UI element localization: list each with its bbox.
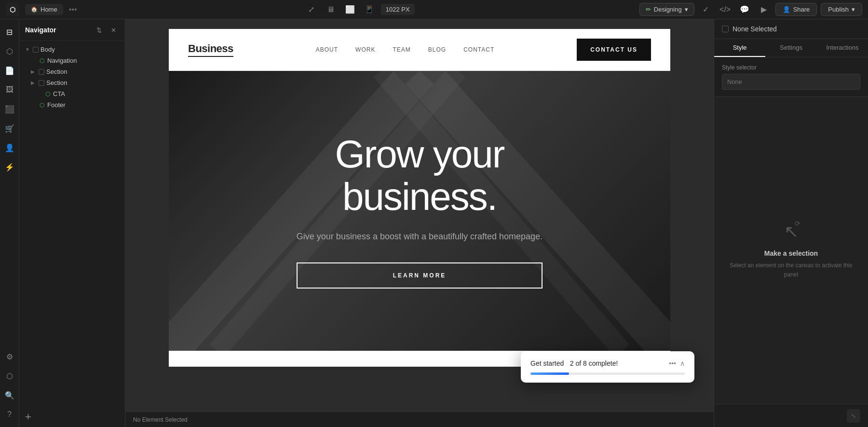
tab-settings[interactable]: Settings (765, 39, 816, 57)
right-panel-empty-state: ↖ ⟳ Make a selection Select an element o… (714, 97, 868, 404)
designing-mode-button[interactable]: ✏ Designing ▾ (639, 3, 694, 16)
sidebar-item-assets[interactable]: 🖼 (1, 81, 18, 98)
empty-state-description: Select an element on the canvas to activ… (724, 261, 858, 279)
empty-state-title: Make a selection (764, 249, 818, 257)
website-preview[interactable]: Business ABOUT WORK TEAM BLOG CONTACT CO… (169, 29, 670, 367)
expand-view-button[interactable]: ⤢ (304, 2, 319, 17)
nav-item-section2[interactable]: ▶ Section (19, 77, 125, 88)
topbar-right: ✏ Designing ▾ ✓ </> 💬 ▶ 👤 Share Publish … (639, 2, 862, 17)
comments-button[interactable]: 💬 (737, 2, 752, 17)
footer-label: Footer (47, 101, 119, 109)
left-icon-bar: ⊟ ⬡ 📄 🖼 ⬛ 🛒 👤 ⚡ ⚙ ⬡ 🔍 ? (0, 19, 19, 427)
navigator-sort-button[interactable]: ⇅ (93, 24, 105, 36)
nav-link-blog[interactable]: BLOG (428, 46, 446, 53)
tab-style[interactable]: Style (714, 39, 765, 57)
popup-progress-fill (530, 372, 569, 375)
navigator-actions: ⇅ ✕ (93, 24, 119, 36)
body-label: Body (41, 46, 119, 53)
component-icon: ⬡ (39, 102, 45, 109)
cta-label: CTA (53, 90, 119, 97)
sidebar-item-integrations[interactable]: ⬡ (1, 367, 18, 385)
sidebar-item-users[interactable]: 👤 (1, 139, 18, 156)
popup-actions: ••• ∧ (669, 359, 685, 367)
hero-cta-button[interactable]: LEARN MORE (297, 262, 542, 289)
tab-interactions[interactable]: Interactions (817, 39, 868, 57)
navigator-close-button[interactable]: ✕ (108, 24, 119, 36)
popup-progress-bar (530, 372, 685, 375)
nav-link-team[interactable]: TEAM (393, 46, 410, 53)
nav-item-body[interactable]: ▼ Body (19, 44, 125, 55)
site-hero: Grow your business. Give your business a… (169, 71, 670, 351)
popup-info: Get started 2 of 8 complete! (530, 359, 618, 368)
component-icon: ⬡ (39, 57, 45, 64)
nav-item-cta[interactable]: ⬡ CTA (19, 88, 125, 99)
main-layout: ⊟ ⬡ 📄 🖼 ⬛ 🛒 👤 ⚡ ⚙ ⬡ 🔍 ? Navigator ⇅ ✕ ▼ … (0, 19, 868, 427)
topbar: ⬡ 🏠 Home ••• ⤢ 🖥 ⬜ 📱 1022 PX ✏ Designing… (0, 0, 868, 19)
sidebar-item-pages[interactable]: 📄 (1, 62, 18, 79)
pencil-icon: ✏ (646, 6, 651, 13)
section1-checkbox (39, 69, 44, 75)
hero-content: Grow your business. Give your business a… (287, 114, 552, 308)
mobile-view-button[interactable]: 📱 (362, 2, 377, 17)
right-panel-header: None Selected (714, 19, 868, 39)
sidebar-item-animations[interactable]: ⚡ (1, 158, 18, 176)
share-button[interactable]: 👤 Share (775, 3, 817, 16)
navigator-header: Navigator ⇅ ✕ (19, 19, 125, 41)
sidebar-item-search[interactable]: 🔍 (1, 386, 18, 404)
nav-item-section1[interactable]: ▶ Section (19, 66, 125, 77)
home-tab[interactable]: 🏠 Home (25, 4, 63, 15)
desktop-view-button[interactable]: 🖥 (323, 2, 339, 17)
hero-title: Grow your business. (297, 133, 542, 218)
nav-item-footer[interactable]: ⬡ Footer (19, 99, 125, 110)
expand-arrow: ▶ (31, 80, 37, 85)
nav-add-button[interactable]: + (19, 407, 125, 427)
right-panel-bottom: ⤡ (714, 404, 868, 427)
cursor-icon: ↖ ⟳ (784, 221, 799, 242)
sidebar-item-help[interactable]: ? (1, 406, 18, 423)
canvas-content[interactable]: Business ABOUT WORK TEAM BLOG CONTACT CO… (125, 19, 714, 412)
component-icon: ⬡ (44, 91, 51, 97)
app-logo[interactable]: ⬡ (6, 3, 19, 16)
popup-title: Get started (530, 359, 564, 367)
sidebar-item-cms[interactable]: ⬛ (1, 100, 18, 118)
sidebar-item-ecommerce[interactable]: 🛒 (1, 120, 18, 137)
nav-link-contact[interactable]: CONTACT (463, 46, 494, 53)
popup-collapse-button[interactable]: ∧ (680, 359, 685, 367)
section2-label: Section (46, 79, 119, 86)
corner-resize-button[interactable]: ⤡ (847, 409, 860, 423)
right-panel-tabs: Style Settings Interactions (714, 39, 868, 57)
expand-arrow: ▶ (31, 69, 37, 74)
tablet-view-button[interactable]: ⬜ (342, 2, 358, 17)
home-icon: 🏠 (31, 6, 38, 13)
site-cta-button[interactable]: CONTACT US (577, 39, 651, 61)
style-selector-label: Style selector (722, 64, 860, 71)
px-display: 1022 PX (381, 4, 415, 15)
expand-icon: ▼ (25, 47, 31, 52)
nav-link-work[interactable]: WORK (355, 46, 375, 53)
check-icon-button[interactable]: ✓ (698, 2, 714, 17)
topbar-center: ⤢ 🖥 ⬜ 📱 1022 PX (83, 2, 636, 17)
sidebar-item-components[interactable]: ⬡ (1, 42, 18, 60)
more-tabs-icon[interactable]: ••• (69, 5, 77, 14)
site-nav-links: ABOUT WORK TEAM BLOG CONTACT (316, 46, 495, 53)
canvas-area: Business ABOUT WORK TEAM BLOG CONTACT CO… (125, 19, 714, 427)
navigator-title: Navigator (25, 26, 56, 34)
code-button[interactable]: </> (718, 2, 733, 17)
popup-more-button[interactable]: ••• (669, 359, 676, 367)
section1-label: Section (46, 68, 119, 75)
publish-chevron-icon: ▾ (852, 6, 855, 13)
publish-button[interactable]: Publish ▾ (821, 3, 862, 16)
section2-checkbox (39, 80, 44, 86)
body-checkbox (33, 47, 39, 53)
canvas-status-label: No Element Selected (133, 416, 188, 423)
navigator-panel: Navigator ⇅ ✕ ▼ Body ⬡ Navigation ▶ (19, 19, 125, 427)
style-selector-input[interactable] (722, 74, 860, 90)
style-selector-section: Style selector (714, 57, 868, 97)
nav-item-navigation[interactable]: ⬡ Navigation (19, 55, 125, 66)
sidebar-item-layers[interactable]: ⊟ (1, 23, 18, 41)
none-selected-checkbox (722, 26, 729, 32)
site-logo: Business (188, 42, 233, 57)
nav-link-about[interactable]: ABOUT (316, 46, 338, 53)
play-button[interactable]: ▶ (756, 2, 772, 17)
sidebar-item-settings[interactable]: ⚙ (1, 348, 18, 365)
